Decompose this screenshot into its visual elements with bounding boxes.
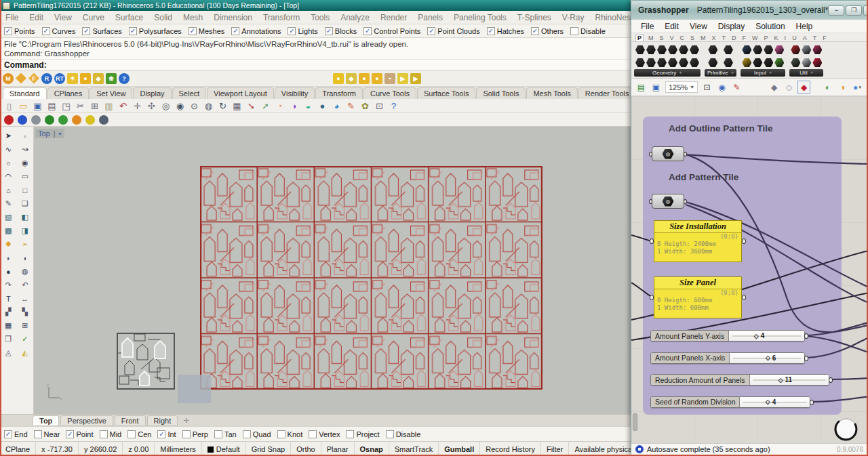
tool-palette-icon[interactable]: ⌂ [3,185,14,195]
viewport-tab[interactable]: Right [147,415,178,426]
checkbox-icon[interactable]: ✓ [42,27,50,35]
checkbox-icon[interactable]: ✓ [231,27,239,35]
checkbox-icon[interactable]: ✓ [346,430,354,438]
vray-toolbar-icon[interactable]: F [28,73,39,84]
vray-toolbar-icon[interactable]: ◆ [93,73,104,84]
tool-palette-icon[interactable]: ❒ [3,334,14,344]
osnap-checkbox-item[interactable]: ✓ Disable [386,430,421,438]
output-pin[interactable] [684,199,687,204]
slider-track[interactable]: ◇ 6 [730,353,804,363]
standard-toolbar-icon[interactable]: ▣ [32,100,43,112]
slider-track[interactable]: ◇ 4 [740,397,810,407]
vray-light-icon[interactable]: ▶ [410,73,421,84]
display-settings-icon[interactable]: ●▼ [852,81,863,93]
statusbar-item[interactable]: Default [202,442,246,456]
checkbox-icon[interactable]: ✓ [66,430,74,438]
viewport-tab[interactable]: Perspective [60,415,113,426]
toolbar-tab[interactable]: Set View [90,87,132,99]
category-tab[interactable]: V [669,35,675,41]
component-icon[interactable] [774,58,784,67]
filter-checkbox-item[interactable]: ✓ Point Clouds [427,27,479,35]
filter-checkbox-item[interactable]: ✓ Annotations [231,27,281,35]
statusbar-item[interactable]: Millimeters [155,442,202,456]
statusbar-item[interactable]: Grid Snap [246,442,292,456]
category-tab[interactable]: T [721,35,728,41]
vray-toolbar-icon[interactable]: ❀ [106,73,117,84]
component-icon[interactable] [635,58,645,67]
toolbar-tab[interactable]: Viewport Layout [207,87,274,99]
filter-checkbox-item[interactable]: ✓ Blocks [325,27,357,35]
osnap-checkbox-item[interactable]: ✓ Mid [100,430,122,438]
slider-track[interactable]: ◇ 4 [729,331,804,341]
component-icon[interactable] [742,45,751,54]
tool-palette-icon[interactable]: □ [19,185,31,195]
geometry-pipeline-component-outline[interactable]: ◍ [652,146,684,161]
rhino-menu-item[interactable]: Curve [83,13,104,22]
checkbox-icon[interactable]: ✓ [570,27,578,35]
osnap-checkbox-item[interactable]: ✓ Knot [277,430,303,438]
command-prompt[interactable]: Command: [0,60,631,70]
component-icon[interactable] [690,58,699,67]
checkbox-icon[interactable]: ✓ [487,27,495,35]
tool-palette-icon[interactable]: ➢ [19,239,31,249]
close-button[interactable]: ✕ [863,5,868,16]
standard-toolbar-icon[interactable]: ⊡ [374,100,385,112]
component-icon[interactable] [679,45,688,54]
checkbox-icon[interactable]: ✓ [157,430,165,438]
vray-toolbar-icon[interactable]: RT [54,73,65,84]
vray-sphere-icon[interactable] [31,115,41,125]
grasshopper-menu-item[interactable]: Edit [665,22,679,31]
component-icon[interactable] [764,58,773,67]
standard-toolbar-icon[interactable]: ● [317,100,328,112]
rhino-menu-item[interactable]: Panels [418,13,443,22]
checkbox-icon[interactable]: ✓ [4,430,12,438]
toolbar-tab[interactable]: Mesh Tools [526,87,577,99]
canvas-scrollbar[interactable] [633,413,637,431]
filter-checkbox-item[interactable]: ✓ Control Points [363,27,420,35]
vray-sphere-icon[interactable] [58,115,68,125]
slider-knob-icon[interactable]: ◇ [766,354,770,361]
tool-palette-icon[interactable]: ✎ [3,199,14,209]
rhino-menu-item[interactable]: Edit [29,13,43,22]
palette-group-label[interactable]: Primitive+ [705,69,736,77]
number-slider[interactable]: Seed of Random Division ◇ 4 [650,396,810,408]
tool-palette-icon[interactable]: ▩ [3,226,14,236]
tool-palette-icon[interactable]: ⊞ [19,320,31,331]
grasshopper-menu-item[interactable]: File [641,22,654,31]
checkbox-icon[interactable]: ✓ [363,27,372,35]
standard-toolbar-icon[interactable]: ◑ [288,100,300,112]
viewport-title[interactable]: Top | ▾ [35,129,64,138]
palette-group-label[interactable]: Util+ [789,69,823,77]
slider-knob-icon[interactable]: ◇ [754,333,759,339]
vray-sphere-icon[interactable] [18,115,27,125]
rhino-menu-item[interactable]: Surface [115,13,143,22]
vray-toolbar-icon[interactable] [16,73,26,84]
standard-toolbar-icon[interactable]: ▥ [103,100,115,112]
zoom-extents-icon[interactable]: ⊡ [701,81,713,93]
rhino-menu-item[interactable]: View [54,13,72,22]
rhino-menu-item[interactable]: V-Ray [562,13,585,22]
grasshopper-menu-item[interactable]: Help [796,22,813,31]
output-pin[interactable] [742,295,746,300]
tool-palette-icon[interactable]: ↝ [19,144,31,154]
osnap-checkbox-item[interactable]: ✓ Tan [214,430,237,438]
rhino-menu-item[interactable]: T-Splines [517,13,551,22]
component-icon[interactable] [812,58,822,67]
tool-palette-icon[interactable]: ◧ [19,212,31,222]
viewport-tab[interactable]: Top [33,415,59,426]
osnap-checkbox-item[interactable]: ✓ Quad [243,430,271,438]
statusbar-item[interactable]: Filter [541,442,569,456]
standard-toolbar-icon[interactable]: ▦ [231,100,243,112]
statusbar-item[interactable]: Record History [480,442,541,456]
filter-checkbox-item[interactable]: ✓ Others [531,27,564,35]
input-pin[interactable] [649,199,652,204]
rhino-menu-item[interactable]: Paneling Tools [454,13,507,22]
component-icon[interactable] [690,45,699,54]
component-icon[interactable] [791,58,800,67]
component-icon[interactable] [742,58,751,67]
filter-checkbox-item[interactable]: ✓ Curves [42,27,76,35]
category-tab[interactable]: S [658,35,665,41]
vray-light-icon[interactable]: ● [372,73,382,84]
component-icon[interactable] [646,58,656,67]
component-icon[interactable] [668,45,677,54]
